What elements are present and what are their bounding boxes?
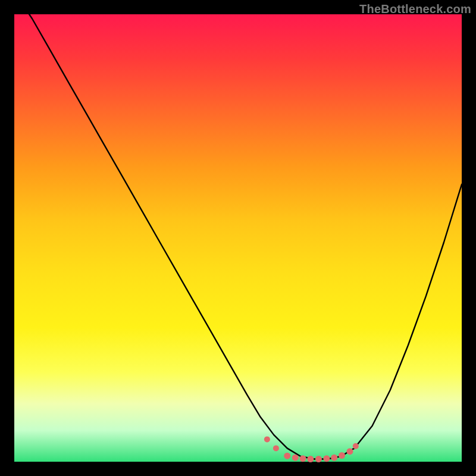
- curve-marker: [264, 436, 270, 442]
- chart-svg: [14, 14, 462, 462]
- curve-marker: [323, 455, 330, 462]
- curve-marker: [273, 445, 279, 451]
- bottleneck-curve: [14, 0, 462, 459]
- curve-marker: [347, 448, 353, 455]
- curve-marker: [284, 453, 290, 459]
- curve-marker: [300, 455, 306, 462]
- curve-marker: [307, 456, 314, 462]
- curve-marker: [292, 455, 299, 461]
- curve-marker: [339, 452, 345, 459]
- curve-marker: [331, 455, 337, 461]
- curve-marker: [315, 456, 322, 462]
- watermark-text: TheBottleneck.com: [359, 2, 471, 16]
- chart-frame: TheBottleneck.com: [0, 0, 476, 476]
- curve-marker: [353, 443, 359, 449]
